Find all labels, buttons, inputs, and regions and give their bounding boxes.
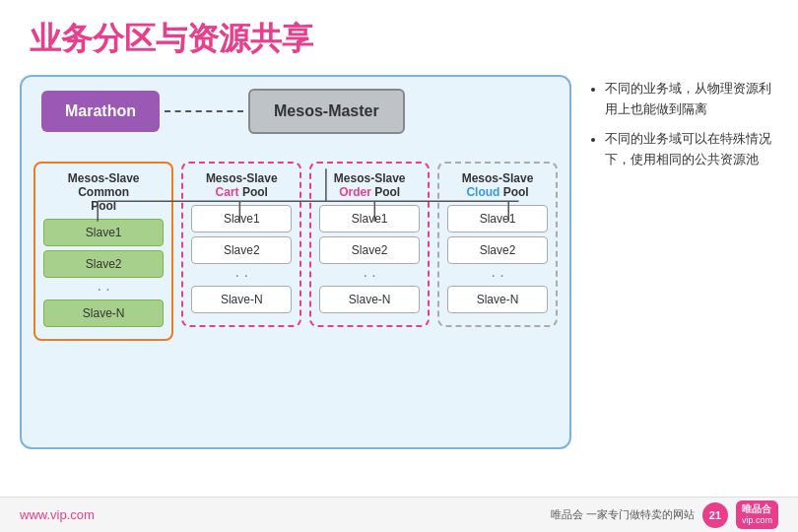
slave-box: Slave2 (43, 250, 164, 278)
pool-cart-title: Mesos-SlaveCart Pool (191, 171, 292, 199)
logo-text-bottom: vip.com (742, 515, 772, 527)
logo-badge: 唯品合 vip.com (736, 500, 778, 529)
pool-common-title: Mesos-Slave CommonPool (43, 171, 164, 213)
bullet-item-2: 不同的业务域可以在特殊情况下，使用相同的公共资源池 (605, 129, 778, 171)
footer: www.vip.com 唯品会 一家专门做特卖的网站 21 唯品合 vip.co… (0, 497, 798, 532)
slave-box: Slave1 (447, 205, 548, 233)
slave-box: Slave1 (319, 205, 420, 233)
slave-box: Slave-N (43, 299, 164, 327)
footer-website: www.vip.com (20, 507, 95, 522)
marathon-box: Marathon (41, 91, 160, 132)
footer-right: 唯品会 一家专门做特卖的网站 21 唯品合 vip.com (551, 500, 778, 529)
slave-box: Slave-N (191, 286, 292, 313)
dots: · · (447, 268, 548, 284)
mesos-master-box: Mesos-Master (248, 89, 405, 134)
pool-order: Mesos-SlaveOrder Pool Slave1 Slave2 · · … (309, 162, 430, 327)
slave-box: Slave1 (43, 219, 164, 246)
dashed-connector (165, 110, 243, 112)
slave-box: Slave2 (447, 236, 548, 264)
slave-box: Slave2 (319, 236, 420, 264)
pool-cloud-title: Mesos-SlaveCloud Pool (447, 171, 548, 199)
pool-order-title: Mesos-SlaveOrder Pool (319, 171, 420, 199)
pool-common: Mesos-Slave CommonPool Slave1 Slave2 · ·… (33, 162, 173, 341)
bullet-item-1: 不同的业务域，从物理资源利用上也能做到隔离 (605, 79, 778, 121)
bullet-list: 不同的业务域，从物理资源利用上也能做到隔离 不同的业务域可以在特殊情况下，使用相… (581, 75, 778, 178)
slave-box: Slave-N (319, 286, 420, 313)
footer-tagline: 唯品会 一家专门做特卖的网站 (551, 507, 695, 522)
logo-text-top: 唯品合 (742, 502, 772, 515)
slave-box: Slave1 (191, 205, 292, 233)
page-number-badge: 21 (702, 502, 728, 528)
pool-cloud: Mesos-SlaveCloud Pool Slave1 Slave2 · · … (437, 162, 558, 327)
page-title: 业务分区与资源共享 (0, 0, 798, 71)
diagram-area: Marathon Mesos-Master (20, 75, 571, 449)
pool-cart: Mesos-SlaveCart Pool Slave1 Slave2 · · S… (181, 162, 301, 327)
slave-box: Slave-N (447, 286, 548, 313)
pools-container: Mesos-Slave CommonPool Slave1 Slave2 · ·… (32, 162, 560, 341)
dots: · · (191, 268, 292, 284)
dots: · · (43, 282, 164, 298)
dots: · · (319, 268, 420, 284)
slave-box: Slave2 (191, 236, 292, 264)
